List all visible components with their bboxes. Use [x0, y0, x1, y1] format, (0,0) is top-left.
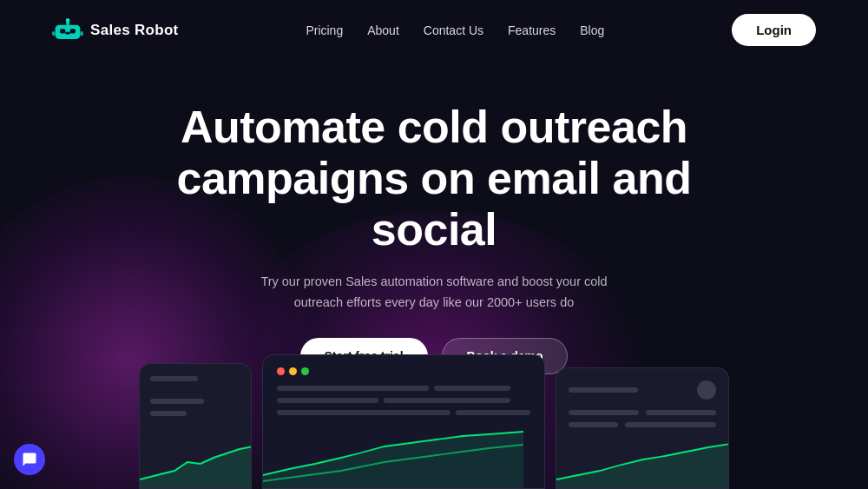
- bar-2b: [384, 398, 510, 403]
- bar-3a: [277, 410, 450, 415]
- right-bar-2a: [569, 422, 618, 427]
- dashboard-preview: [139, 354, 729, 489]
- card-bar-row-3: [277, 410, 530, 415]
- svg-marker-10: [556, 444, 729, 488]
- card-bar-row-1: [277, 386, 530, 391]
- right-bar-1a: [569, 410, 639, 415]
- bar-1a: [277, 386, 429, 391]
- right-bar-2b: [625, 422, 716, 427]
- dot-green: [301, 367, 309, 375]
- card-bar-placeholder: [150, 376, 198, 381]
- right-bar-1b: [646, 410, 716, 415]
- svg-rect-2: [70, 29, 76, 33]
- dot-yellow: [289, 367, 297, 375]
- hero-title: Automate cold outreach campaigns on emai…: [130, 102, 738, 254]
- card-small-left: [139, 363, 252, 489]
- card-right-row2: [569, 422, 716, 427]
- card-right: [556, 367, 729, 489]
- chat-icon: [22, 452, 37, 467]
- logo[interactable]: Sales Robot: [52, 18, 179, 43]
- svg-marker-9: [263, 432, 523, 488]
- bar-3b: [456, 410, 530, 415]
- nav-item-about[interactable]: About: [367, 23, 399, 37]
- card-right-bar: [569, 387, 638, 393]
- card-right-row1: [569, 410, 716, 415]
- svg-rect-1: [60, 29, 65, 33]
- chart-lines-main: [263, 427, 523, 488]
- svg-marker-8: [140, 446, 252, 488]
- nav-item-pricing[interactable]: Pricing: [306, 23, 343, 37]
- nav-item-features[interactable]: Features: [508, 23, 556, 37]
- chat-bubble[interactable]: [14, 444, 45, 475]
- card-right-header: [569, 380, 716, 400]
- chart-lines-right: [556, 440, 729, 488]
- hero-section: Automate cold outreach campaigns on emai…: [0, 60, 868, 400]
- card-bar-line2: [150, 411, 187, 416]
- bar-2a: [277, 398, 378, 403]
- dot-red: [277, 367, 285, 375]
- window-dots: [277, 367, 530, 375]
- card-main-center: [262, 354, 545, 489]
- svg-point-5: [66, 18, 70, 23]
- logo-text: Sales Robot: [90, 22, 179, 39]
- logo-icon: [52, 18, 83, 43]
- card-bar-row-2: [277, 398, 530, 403]
- login-button[interactable]: Login: [732, 14, 816, 46]
- svg-rect-7: [80, 30, 83, 35]
- svg-rect-3: [65, 31, 69, 34]
- circle-icon: [697, 380, 716, 400]
- svg-rect-6: [52, 30, 56, 35]
- card-bar-line1: [150, 399, 204, 404]
- hero-subtitle: Try our proven Sales automation software…: [252, 272, 616, 314]
- nav-item-blog[interactable]: Blog: [580, 23, 604, 37]
- bar-1b: [434, 386, 510, 391]
- nav-links: Pricing About Contact Us Features Blog: [306, 23, 604, 38]
- nav-item-contact[interactable]: Contact Us: [424, 23, 483, 37]
- chart-line-small: [140, 445, 252, 488]
- navbar: Sales Robot Pricing About Contact Us Fea…: [0, 0, 868, 60]
